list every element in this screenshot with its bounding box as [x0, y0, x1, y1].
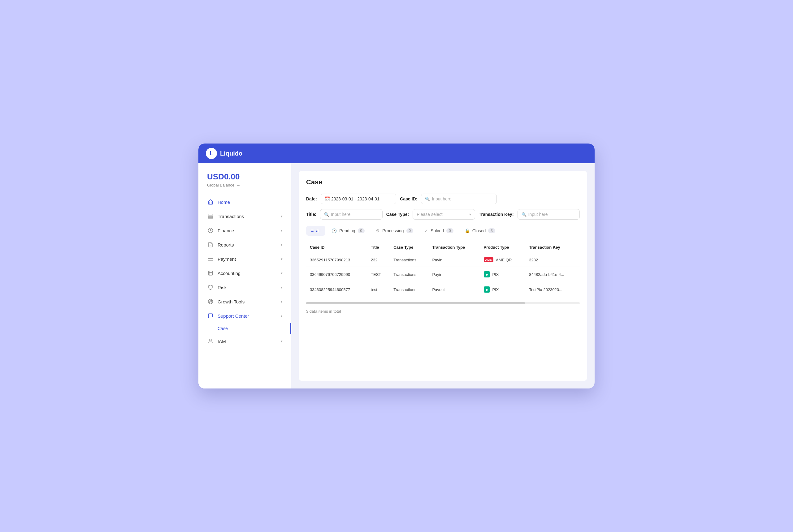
growth-icon: [207, 298, 214, 305]
svg-rect-1: [208, 216, 213, 217]
cell-transaction-type: Payout: [428, 282, 480, 297]
sidebar-item-finance[interactable]: Finance ▾: [198, 223, 291, 238]
gear-icon: ⚙: [376, 228, 380, 233]
balance-arrow[interactable]: →: [236, 183, 240, 187]
transaction-key-field[interactable]: [528, 212, 576, 217]
calendar-icon: 📅: [325, 196, 330, 201]
home-icon: [207, 198, 214, 205]
cell-transaction-type: Payin: [428, 267, 480, 282]
case-table: Case ID Title Case Type Transaction Type…: [306, 242, 580, 297]
svg-rect-0: [208, 214, 213, 215]
sidebar-item-case[interactable]: Case: [198, 323, 291, 334]
cell-product-type: AMEAME QR: [480, 253, 525, 267]
tab-solved[interactable]: ✓ Solved 0: [419, 226, 458, 236]
cell-case-type: Transactions: [390, 267, 428, 282]
reports-icon: [207, 241, 214, 248]
svg-rect-2: [208, 217, 213, 218]
sidebar-item-growth-tools[interactable]: Growth Tools ▾: [198, 294, 291, 309]
cell-title: TEST: [367, 267, 390, 282]
transaction-key-label: Transaction Key:: [479, 212, 514, 217]
search-icon: 🔍: [425, 197, 430, 201]
sidebar-item-support-center[interactable]: Support Center ▴: [198, 309, 291, 323]
transaction-key-input[interactable]: 🔍: [518, 209, 580, 220]
app-window: L Liquido USD0.00 Global Balance →: [198, 144, 595, 388]
svg-point-11: [209, 339, 211, 341]
risk-icon: [207, 284, 214, 291]
table-row[interactable]: 334608225944600577 test Transactions Pay…: [306, 282, 580, 297]
tab-solved-count: 0: [446, 228, 454, 233]
tab-pending-label: Pending: [339, 228, 355, 233]
tab-pending[interactable]: 🕐 Pending 0: [327, 226, 370, 236]
tab-all[interactable]: ≡ all: [306, 226, 325, 236]
balance-section: USD0.00 Global Balance →: [198, 172, 291, 195]
balance-amount: USD0.00: [207, 172, 282, 182]
chevron-down-icon: ▾: [281, 285, 282, 289]
payment-icon: [207, 255, 214, 262]
case-id-input[interactable]: 🔍: [421, 194, 497, 204]
cell-transaction-key: 3232: [525, 253, 580, 267]
sidebar-item-label: Risk: [218, 285, 281, 290]
table-row[interactable]: 336499076706729990 TEST Transactions Pay…: [306, 267, 580, 282]
col-case-id: Case ID: [306, 242, 367, 253]
tab-pending-count: 0: [358, 228, 365, 233]
cell-title: test: [367, 282, 390, 297]
cell-case-type: Transactions: [390, 282, 428, 297]
support-icon: [207, 312, 214, 319]
col-transaction-key: Transaction Key: [525, 242, 580, 253]
sidebar-item-iam[interactable]: IAM ▾: [198, 334, 291, 348]
case-id-field[interactable]: [432, 196, 493, 201]
scrollbar-track[interactable]: [306, 302, 580, 304]
tab-closed[interactable]: 🔒 Closed 3: [460, 226, 500, 236]
sidebar-item-transactions[interactable]: Transactions ▾: [198, 209, 291, 223]
transactions-icon: [207, 213, 214, 220]
chevron-down-icon: ▾: [469, 212, 471, 216]
active-indicator: [290, 323, 291, 334]
tab-closed-label: Closed: [472, 228, 486, 233]
sidebar-item-home[interactable]: Home: [198, 195, 291, 209]
filter-row-2: Title: 🔍 Case Type: Please select ▾ Tran…: [306, 209, 580, 220]
chevron-down-icon: ▾: [281, 243, 282, 247]
tab-bar: ≡ all 🕐 Pending 0 ⚙ Processing 0 ✓: [306, 226, 580, 236]
iam-icon: [207, 338, 214, 345]
col-product-type: Product Type: [480, 242, 525, 253]
case-id-label: Case ID:: [400, 196, 417, 201]
sidebar-item-payment[interactable]: Payment ▾: [198, 252, 291, 266]
sidebar-item-label: Reports: [218, 242, 281, 247]
chevron-down-icon: ▾: [281, 300, 282, 304]
date-range-input[interactable]: 📅 2023-03-01 - 2023-04-01: [321, 194, 396, 204]
sidebar-item-label: Home: [218, 200, 282, 205]
sidebar-item-label: Finance: [218, 228, 281, 233]
tab-processing[interactable]: ⚙ Processing 0: [371, 226, 418, 236]
col-case-type: Case Type: [390, 242, 428, 253]
chevron-down-icon: ▾: [281, 257, 282, 261]
ame-icon: AME: [484, 257, 494, 262]
col-transaction-type: Transaction Type: [428, 242, 480, 253]
sidebar-item-label: Support Center: [218, 313, 281, 319]
sidebar-item-reports[interactable]: Reports ▾: [198, 238, 291, 252]
tab-closed-count: 3: [488, 228, 495, 233]
title-label: Title:: [306, 212, 316, 217]
list-icon: ≡: [311, 228, 314, 233]
sidebar-item-risk[interactable]: Risk ▾: [198, 280, 291, 294]
header: L Liquido: [198, 144, 595, 163]
svg-rect-7: [208, 271, 213, 275]
case-type-select[interactable]: Please select ▾: [412, 209, 475, 220]
pix-icon: ◆: [484, 271, 490, 278]
title-input[interactable]: 🔍: [320, 209, 382, 220]
search-icon: 🔍: [324, 212, 329, 217]
logo-icon: L: [206, 148, 217, 159]
scrollbar-thumb[interactable]: [306, 302, 525, 304]
nav-list: Home Transactions ▾: [198, 195, 291, 348]
svg-rect-5: [208, 257, 213, 261]
sidebar-item-accounting[interactable]: Accounting ▾: [198, 266, 291, 280]
sidebar: USD0.00 Global Balance → Home: [198, 163, 291, 388]
sidebar-item-label: Accounting: [218, 271, 281, 276]
chevron-down-icon: ▾: [281, 339, 282, 343]
title-field[interactable]: [331, 212, 378, 217]
cell-case-id: 334608225944600577: [306, 282, 367, 297]
date-from: 2023-03-01: [331, 196, 353, 201]
table-row[interactable]: 336529115707998213 232 Transactions Payi…: [306, 253, 580, 267]
balance-label: Global Balance →: [207, 183, 282, 187]
date-separator: -: [355, 196, 356, 201]
cell-transaction-key: TestPix-2023020...: [525, 282, 580, 297]
